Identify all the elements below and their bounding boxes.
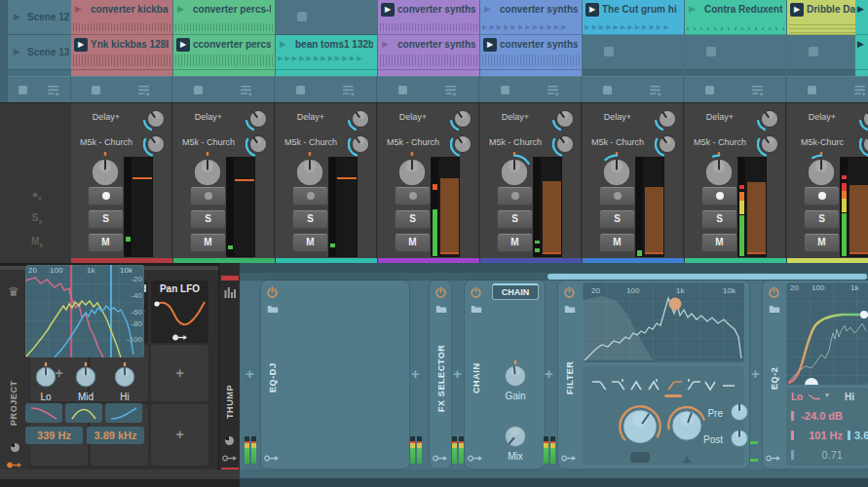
timebase-icon[interactable] (11, 443, 19, 452)
add-device-button[interactable]: + (751, 365, 760, 382)
device-power-icon[interactable] (434, 286, 447, 299)
empty-clip-slot[interactable] (583, 35, 684, 70)
project-mod-icon[interactable] (7, 461, 22, 469)
device-card-eq-2[interactable]: EQ-2 20 100 1k Lo ▾ (763, 281, 868, 468)
send-knob-m5k[interactable] (757, 131, 782, 157)
filter-post-knob[interactable] (727, 426, 752, 451)
add-device-button[interactable]: + (245, 365, 254, 382)
stop-clips-button[interactable] (705, 86, 714, 94)
clip-play-icon[interactable]: ▶ (177, 4, 184, 14)
chain-mix-knob[interactable] (500, 421, 531, 452)
mute-button[interactable]: M (190, 233, 226, 252)
global-mute-clear[interactable]: Mx (27, 236, 47, 248)
mid-curve-button[interactable] (65, 403, 102, 423)
stop-clips-button[interactable] (603, 86, 612, 94)
clip[interactable]: ▶ (855, 35, 868, 70)
lo-freq-value[interactable]: 339 Hz (25, 427, 83, 444)
timebase-icon[interactable] (225, 436, 234, 445)
stop-clips-button[interactable] (296, 86, 305, 94)
hi-freq-value[interactable]: 3.89 kHz (87, 427, 144, 444)
global-solo-clear[interactable]: Sx (27, 212, 47, 225)
device-mod-icon[interactable] (264, 454, 280, 463)
eq2-lo-freq-value[interactable]: 101 Hz (798, 430, 843, 441)
record-arm-button[interactable] (701, 186, 737, 206)
scene-play-icon[interactable]: ▶ (14, 12, 20, 21)
clip-play-icon[interactable]: ▶ (382, 39, 389, 49)
device-power-icon[interactable] (768, 286, 780, 299)
preset-folder-icon[interactable] (769, 304, 780, 314)
track-mod-icon[interactable] (222, 454, 238, 463)
solo-button[interactable]: S (804, 209, 840, 229)
device-mod-icon[interactable] (766, 454, 781, 463)
empty-clip-slot[interactable] (685, 35, 786, 70)
stop-clips-button[interactable] (808, 86, 816, 94)
queue-playlist-icon[interactable] (854, 85, 867, 96)
queue-playlist-icon[interactable] (343, 85, 356, 96)
record-arm-button[interactable] (497, 186, 533, 206)
clip[interactable]: ▶Ynk kickbas 128b... (71, 35, 172, 70)
clip[interactable]: ▶converter synths1... (378, 35, 479, 70)
mute-button[interactable]: M (804, 233, 840, 252)
eq2-hi-handle[interactable] (860, 311, 868, 318)
crown-icon[interactable]: ♛ (8, 284, 19, 299)
clip[interactable]: ▶converter percs-h... (173, 0, 275, 35)
timebase-icon[interactable] (565, 436, 574, 445)
device-card-eq-dj[interactable]: EQ-DJ (261, 281, 409, 468)
send-knob-m5k[interactable] (143, 131, 169, 157)
add-device-button[interactable]: + (411, 365, 420, 382)
send-knob-m5k[interactable] (245, 131, 271, 157)
bell-icon[interactable] (680, 452, 694, 464)
band-type-caret-icon[interactable]: ▾ (825, 391, 829, 399)
scene-header[interactable]: ▶ Scene 13 (8, 35, 71, 70)
solo-button[interactable]: S (292, 209, 328, 229)
eq2-lo-handle[interactable] (805, 378, 818, 385)
filter-pre-knob[interactable] (727, 399, 752, 425)
clip-playing-icon[interactable]: ▶ (585, 3, 599, 17)
send-knob-m5k[interactable] (450, 131, 475, 157)
mute-button[interactable]: M (88, 233, 124, 252)
device-mod-icon[interactable] (433, 454, 448, 463)
clip[interactable]: ▶ (855, 0, 868, 35)
clip-playing-icon[interactable]: ▶ (381, 3, 395, 17)
timebase-icon[interactable] (770, 436, 778, 445)
add-device-button[interactable]: + (545, 365, 553, 382)
send-knob-m5k[interactable] (859, 131, 868, 157)
device-card-chain[interactable]: CHAIN CHAIN Gain Mix (465, 281, 545, 468)
send-knob-delay[interactable] (757, 106, 782, 131)
send-knob-m5k[interactable] (348, 131, 373, 157)
eq2-lo-band-label[interactable]: Lo (791, 392, 803, 402)
queue-playlist-icon[interactable] (445, 85, 458, 96)
clip-play-icon[interactable]: ▶ (857, 39, 864, 49)
solo-button[interactable]: S (701, 209, 737, 229)
send-knob-delay[interactable] (450, 106, 475, 131)
clip[interactable]: ▶Contra Reduxentr... (685, 0, 786, 35)
solo-button[interactable]: S (395, 209, 431, 229)
send-knob-delay[interactable] (655, 106, 680, 131)
clip-playing-icon[interactable]: ▶ (483, 38, 497, 52)
low-shelf-icon[interactable] (808, 393, 821, 401)
preset-folder-icon[interactable] (564, 304, 576, 314)
clip[interactable]: ▶converter synths2... (480, 35, 582, 70)
send-knob-m5k[interactable] (655, 131, 680, 157)
filter-cutoff-knob[interactable] (615, 401, 665, 452)
timebase-icon[interactable] (436, 436, 445, 445)
queue-playlist-icon[interactable] (650, 85, 662, 96)
stop-clips-button[interactable] (501, 86, 509, 94)
send-knob-m5k[interactable] (552, 131, 578, 157)
tab-project[interactable]: PROJECT (9, 338, 19, 426)
clip-playing-icon[interactable]: ▶ (176, 38, 190, 52)
device-card-filter[interactable]: FILTER 20 100 1k 10k (558, 281, 749, 468)
clip[interactable]: ▶bean toms1 132b...▶▶▶▶▶▶▶▶▶▶▶▶ (276, 35, 377, 70)
eqdj-band-knob[interactable] (31, 362, 60, 392)
clip[interactable]: ▶cconverter percs-h... (173, 35, 275, 70)
widget-mod-icon[interactable] (172, 333, 188, 342)
scene-header[interactable]: ▶ Scene 12 (8, 0, 71, 35)
eq2-hi-freq-value[interactable]: 3.6 (854, 430, 868, 441)
send-knob-delay[interactable] (859, 106, 868, 131)
filter-type-selector[interactable] (590, 376, 736, 393)
timebase-icon[interactable] (268, 436, 277, 445)
scene-play-icon[interactable]: ▶ (14, 47, 20, 56)
queue-playlist-icon[interactable] (48, 85, 60, 96)
chain-selector[interactable]: CHAIN (492, 283, 539, 300)
eqdj-band-knob[interactable] (110, 362, 139, 392)
